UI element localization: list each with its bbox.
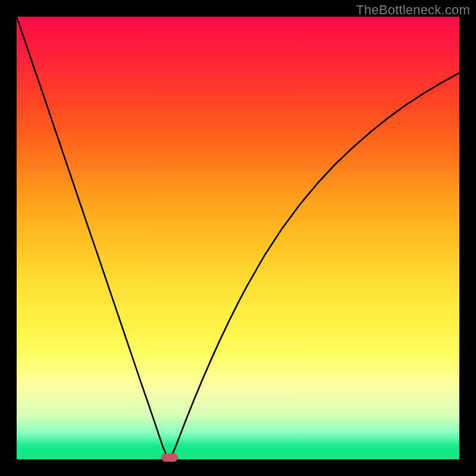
watermark-text: TheBottleneck.com — [356, 2, 470, 18]
bottleneck-curve — [17, 17, 459, 459]
curve-layer — [17, 17, 459, 459]
chart-frame: TheBottleneck.com — [0, 0, 476, 476]
minimum-marker — [161, 453, 178, 462]
plot-area — [17, 17, 459, 459]
